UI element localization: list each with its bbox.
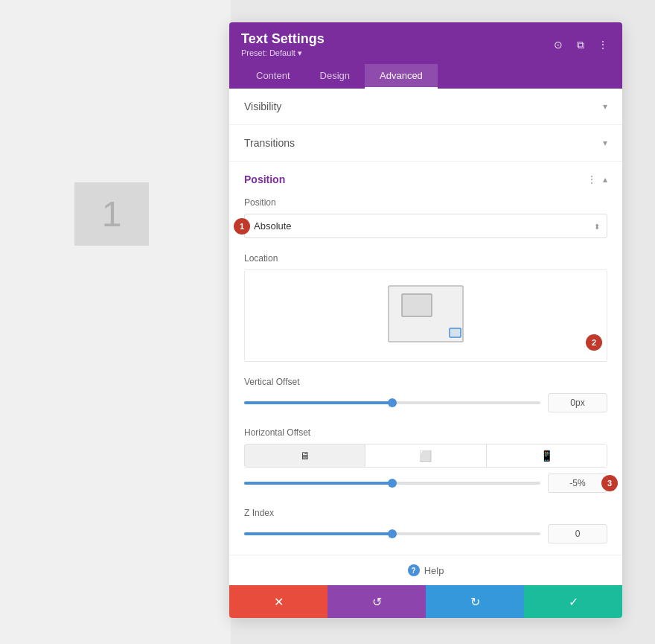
vertical-offset-fill	[244, 401, 392, 404]
tab-advanced[interactable]: Advanced	[365, 64, 438, 89]
device-tab-tablet[interactable]: ⬜	[365, 444, 486, 467]
location-field-label: Location	[244, 253, 607, 264]
tabs-bar: Content Design Advanced	[241, 64, 610, 89]
position-header[interactable]: Position ⋮ ▴	[229, 162, 622, 197]
step-badge-3: 3	[601, 475, 618, 491]
visibility-section: Visibility ▾	[229, 89, 622, 125]
vertical-offset-thumb[interactable]	[388, 398, 397, 407]
help-row: ? Help	[229, 555, 622, 585]
z-index-slider-row	[244, 524, 607, 543]
panel-preset[interactable]: Preset: Default ▾	[241, 48, 325, 58]
horizontal-offset-slider-row: 3	[244, 474, 607, 493]
help-icon: ?	[408, 564, 420, 576]
save-button[interactable]: ✓	[524, 585, 622, 618]
cancel-button[interactable]: ✕	[229, 585, 328, 618]
horizontal-offset-row: Horizontal Offset 🖥 ⬜ 📱	[244, 427, 607, 493]
canvas-background	[0, 0, 231, 644]
reset-icon: ↺	[372, 595, 382, 609]
transitions-header[interactable]: Transitions ▾	[229, 125, 622, 161]
visibility-header[interactable]: Visibility ▾	[229, 89, 622, 124]
position-select[interactable]: Absolute Static Relative Fixed	[244, 214, 607, 238]
vertical-offset-label: Vertical Offset	[244, 377, 607, 387]
horizontal-offset-label: Horizontal Offset	[244, 427, 607, 438]
save-icon: ✓	[569, 595, 578, 609]
step-badge-2: 2	[586, 334, 602, 351]
position-title: Position	[244, 173, 285, 185]
panel-header-icons: ⊙ ⧉ ⋮	[551, 37, 610, 52]
horizontal-offset-fill	[244, 482, 392, 485]
z-index-thumb[interactable]	[388, 529, 397, 538]
position-chevron[interactable]: ▴	[603, 174, 607, 185]
redo-button[interactable]: ↻	[426, 585, 524, 618]
z-index-track[interactable]	[244, 532, 540, 535]
z-index-label: Z Index	[244, 508, 607, 518]
position-title-row: Position	[244, 173, 285, 185]
vertical-offset-row: Vertical Offset	[244, 377, 607, 412]
position-fields: Position 1 Absolute Static Relative Fixe…	[229, 197, 622, 555]
svg-rect-2	[450, 328, 461, 337]
z-index-fill	[244, 532, 392, 535]
location-grid-wrapper: 2	[244, 270, 607, 362]
action-bar: ✕ ↺ ↻ ✓	[229, 585, 622, 618]
mobile-icon: 📱	[540, 450, 553, 462]
step-badge-1: 1	[234, 218, 250, 235]
tab-design[interactable]: Design	[305, 64, 365, 89]
device-tabs: 🖥 ⬜ 📱	[244, 444, 607, 468]
more-options-icon[interactable]: ⋮	[595, 37, 610, 52]
help-text[interactable]: Help	[424, 565, 444, 576]
block-number: 1	[102, 194, 122, 235]
horizontal-offset-value[interactable]	[548, 474, 607, 493]
position-field-label: Position	[244, 197, 607, 208]
panel-header: Text Settings Preset: Default ▾ ⊙ ⧉ ⋮ Co…	[229, 22, 622, 89]
vertical-offset-value[interactable]	[548, 393, 607, 412]
redo-icon: ↻	[470, 595, 480, 609]
panel-title: Text Settings	[241, 31, 325, 47]
position-section: Position ⋮ ▴ Position 1 Absolute Static …	[229, 162, 622, 555]
horizontal-offset-track[interactable]	[244, 482, 540, 485]
settings-panel: Text Settings Preset: Default ▾ ⊙ ⧉ ⋮ Co…	[229, 22, 622, 618]
focus-icon[interactable]: ⊙	[551, 37, 566, 52]
cancel-icon: ✕	[274, 595, 284, 609]
vertical-offset-track[interactable]	[244, 401, 540, 404]
desktop-icon: 🖥	[300, 450, 310, 462]
device-tab-desktop[interactable]: 🖥	[245, 444, 365, 467]
location-grid-svg[interactable]	[322, 282, 530, 349]
svg-rect-1	[402, 294, 432, 316]
position-more-icon[interactable]: ⋮	[587, 173, 597, 185]
transitions-title: Transitions	[244, 137, 295, 149]
device-tab-mobile[interactable]: 📱	[487, 444, 607, 467]
panel-header-top: Text Settings Preset: Default ▾ ⊙ ⧉ ⋮	[241, 31, 610, 58]
panel-body: Visibility ▾ Transitions ▾ Position ⋮ ▴	[229, 89, 622, 555]
tablet-icon: ⬜	[419, 450, 432, 462]
visibility-title: Visibility	[244, 101, 281, 112]
panel-title-group: Text Settings Preset: Default ▾	[241, 31, 325, 58]
transitions-chevron: ▾	[603, 138, 607, 148]
visibility-chevron: ▾	[603, 101, 607, 112]
horizontal-offset-thumb[interactable]	[388, 479, 397, 488]
vertical-offset-slider-row	[244, 393, 607, 412]
z-index-value[interactable]	[548, 524, 607, 543]
canvas-block-1: 1	[74, 182, 149, 246]
transitions-section: Transitions ▾	[229, 125, 622, 162]
layout-icon[interactable]: ⧉	[573, 37, 588, 52]
panel-footer: ? Help ✕ ↺ ↻ ✓	[229, 555, 622, 618]
tab-content[interactable]: Content	[241, 64, 305, 89]
position-select-wrapper: 1 Absolute Static Relative Fixed ⬍	[244, 214, 607, 238]
reset-button[interactable]: ↺	[328, 585, 426, 618]
z-index-row: Z Index	[244, 508, 607, 543]
